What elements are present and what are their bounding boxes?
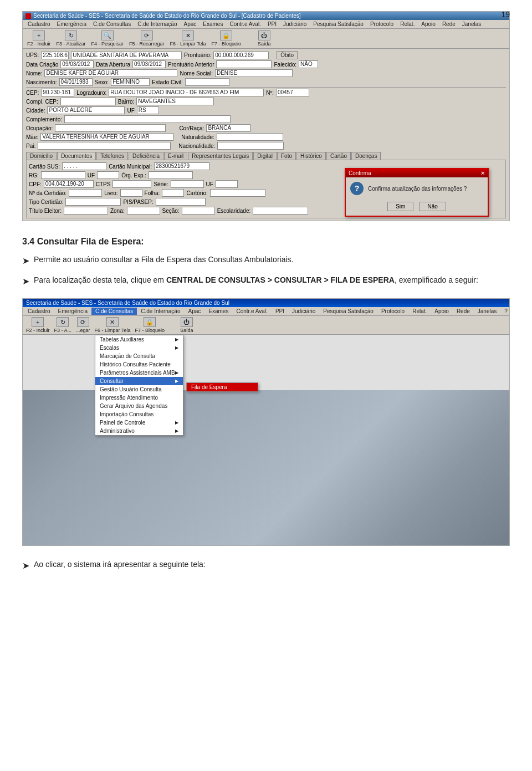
menu-cde-consultas[interactable]: C.de Consultas [90, 21, 134, 28]
nro-certidao-value[interactable] [69, 189, 102, 197]
menu2-judiciario[interactable]: Judiciário [288, 308, 319, 315]
folha-value[interactable] [162, 189, 184, 197]
nacionalidade-value[interactable] [217, 142, 284, 150]
menu2-pesquisa[interactable]: Pesquisa Satisfação [319, 308, 377, 315]
tab-domicilio[interactable]: Domicílio [26, 152, 57, 160]
tab-telefones[interactable]: Telefones [96, 152, 128, 160]
data-criacao-value[interactable]: 09/03/2012 [60, 60, 94, 68]
ocupacao-value[interactable] [55, 124, 166, 132]
sexo-value[interactable]: FEMININO [111, 78, 150, 86]
menu-administrativo[interactable]: Administrativo ▶ [95, 427, 183, 435]
btn2-limpar[interactable]: ✕ F6 - Limpar Tela [95, 317, 131, 333]
menu-impressao[interactable]: Impressão Atendimento [95, 394, 183, 402]
menu-rede[interactable]: Rede [439, 21, 458, 28]
uf-doc-value[interactable] [97, 171, 119, 179]
btn2-egar[interactable]: ⟳ ...egar [76, 317, 90, 333]
menu-importacao[interactable]: Importação Consultas [95, 410, 183, 418]
prontuario-ant-value[interactable] [216, 60, 272, 68]
menu-painel[interactable]: Painel de Controle ▶ [95, 418, 183, 427]
menu-historico-consultas[interactable]: Histórico Consultas Paciente [95, 360, 183, 369]
menu-emergencia[interactable]: Emergência [54, 21, 89, 28]
menu2-cde-internacao[interactable]: C.de Internação [137, 308, 184, 315]
secao-value[interactable] [182, 207, 215, 215]
naturalidade-value[interactable] [217, 133, 283, 141]
tab-cartao[interactable]: Cartão [326, 152, 351, 160]
btn2-incluir[interactable]: + F2 - Incluir [26, 317, 50, 333]
menu-protocolo[interactable]: Protocolo [367, 21, 396, 28]
logradouro-value[interactable]: RUA DOUTOR JOAO INACIO - DE 662/663 AO F… [109, 89, 264, 96]
uf2-value[interactable] [216, 180, 238, 188]
btn-bloqueio[interactable]: 🔒 F7 - Bloqueio [211, 30, 241, 47]
serie-value[interactable] [171, 180, 204, 188]
menu-cde-internacao[interactable]: C.de Internação [135, 21, 180, 28]
btn2-saida[interactable]: ⏻ Saída [180, 317, 193, 333]
menu2-protocolo[interactable]: Protocolo [377, 308, 408, 315]
cpf-value[interactable]: 004.042.190-20 [44, 180, 94, 188]
cidade-value[interactable]: PORTO ALEGRE [47, 106, 125, 114]
menu2-contre-aval[interactable]: Contr.e Aval. [232, 308, 272, 315]
estado-civil-value[interactable] [185, 78, 229, 86]
compl-cep-value[interactable] [60, 98, 116, 105]
uf-value[interactable]: RS [137, 106, 159, 114]
zona-value[interactable] [127, 207, 160, 215]
rg-value[interactable] [41, 171, 85, 179]
menu2-exames[interactable]: Exames [204, 308, 232, 315]
cartao-sus-value[interactable]: . . . . . [62, 162, 106, 170]
pis-pasep-value[interactable] [156, 198, 206, 206]
tipo-certidao-value[interactable] [65, 198, 121, 206]
menu-gerar-arquivo[interactable]: Gerar Arquivo das Agendas [95, 402, 183, 410]
tab-doencas[interactable]: Doenças [351, 152, 381, 160]
menu-judiciario[interactable]: Judiciário [280, 21, 309, 28]
menu-fila-espera[interactable]: Fila de Espera [187, 383, 258, 391]
ups-code[interactable]: 225.108.6 [41, 52, 69, 59]
menu2-help[interactable]: ? [500, 308, 510, 315]
numero-value[interactable]: 00457 [276, 89, 309, 96]
tab-digital[interactable]: Digital [253, 152, 277, 160]
menu-escalas[interactable]: Escalas ▶ [95, 344, 183, 352]
menu2-apoio[interactable]: Apoio [431, 308, 453, 315]
complemento-value[interactable] [64, 115, 231, 123]
menu2-apac[interactable]: Apac [184, 308, 204, 315]
menu-cadastro[interactable]: Cadastro [25, 21, 53, 28]
menu-consultar[interactable]: Consultar ▶ [95, 377, 183, 385]
menu2-cadastro[interactable]: Cadastro [24, 308, 54, 315]
tab-documentos[interactable]: Documentos [57, 152, 96, 160]
btn-recarregar[interactable]: ⟳ F5 - Recarregar [129, 30, 165, 47]
tab-deficiencia[interactable]: Deficiência [129, 152, 163, 160]
confirm-close-icon[interactable]: ✕ [480, 170, 485, 176]
cor-raca-value[interactable]: BRANCA [206, 124, 250, 132]
org-exp-value[interactable] [149, 171, 193, 179]
tab-email[interactable]: E-mail [164, 152, 187, 160]
mae-value[interactable]: VALERIA TERESINHA KAFER DE AGUIAR [40, 133, 173, 141]
prontuario-value[interactable]: 00.000.000.269 [213, 52, 269, 59]
ups-name[interactable]: UNIDADE SANITARIA DE PAVERAMA [71, 52, 182, 59]
menu-relat[interactable]: Relat. [397, 21, 417, 28]
confirm-sim-button[interactable]: Sim [387, 202, 413, 211]
nascimento-value[interactable]: 04/01/1983 [59, 78, 93, 86]
tab-representantes[interactable]: Representantes Legais [188, 152, 253, 160]
nome-social-value[interactable]: DENISE [215, 69, 293, 77]
menu-apoio[interactable]: Apoio [418, 21, 438, 28]
menu-contre-aval[interactable]: Contr.e Aval. [227, 21, 264, 28]
btn-limpar[interactable]: ✕ F6 - Limpar Tela [170, 30, 206, 47]
btn-incluir[interactable]: + F2 - Incluir [27, 30, 51, 47]
cep-value[interactable]: 90.230-181 [41, 89, 74, 96]
obito-checkbox[interactable]: Óbito [277, 51, 298, 59]
escolaridade-value[interactable] [253, 207, 308, 215]
livro-value[interactable] [120, 189, 142, 197]
falecido-value[interactable]: NÃO [299, 60, 318, 68]
menu-tabelas-aux[interactable]: Tabelas Auxiliares ▶ [95, 335, 183, 344]
ctps-value[interactable] [112, 180, 151, 188]
btn2-bloqueio[interactable]: 🔒 F7 - Bloqueio [135, 317, 165, 333]
bairro-value[interactable]: NAVEGANTES [136, 98, 214, 105]
titulo-eleitor-value[interactable] [64, 207, 108, 215]
confirm-nao-button[interactable]: Não [419, 202, 446, 211]
menu2-relat[interactable]: Relat. [408, 308, 431, 315]
nome-value[interactable]: DENISE KAFER DE AGUIAR [44, 69, 177, 77]
btn-saida[interactable]: ⏻ Saída [258, 30, 271, 47]
menu2-rede[interactable]: Rede [453, 308, 474, 315]
menu2-ppi[interactable]: PPI [272, 308, 288, 315]
cartao-municipal-value[interactable]: 28300521679 [154, 162, 209, 170]
tab-foto[interactable]: Foto [277, 152, 296, 160]
menu-ppi[interactable]: PPI [265, 21, 279, 28]
